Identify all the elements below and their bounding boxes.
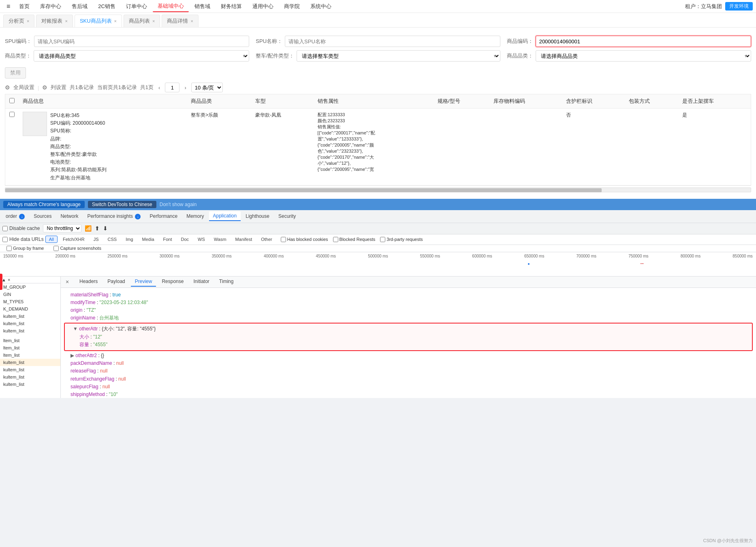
- blocked-requests-label[interactable]: Blocked Requests: [333, 237, 376, 242]
- throttling-select[interactable]: No throttling: [43, 224, 81, 232]
- request-tab-response[interactable]: Response: [158, 277, 188, 287]
- filter-btn-doc[interactable]: Doc: [177, 236, 193, 243]
- left-item-ltem-2[interactable]: ltem_list: [0, 344, 60, 351]
- filter-btn-font[interactable]: Font: [160, 236, 176, 243]
- nav-academy[interactable]: 商学院: [279, 1, 305, 12]
- tab-product-detail[interactable]: 商品详情 ×: [162, 15, 198, 27]
- third-party-requests-label[interactable]: 3rd-party requests: [380, 237, 423, 242]
- tab-reconciliation-close[interactable]: ×: [65, 19, 67, 23]
- nav-system[interactable]: 系统中心: [305, 1, 336, 12]
- filter-btn-media[interactable]: Media: [139, 236, 158, 243]
- left-item-kultem-6[interactable]: kultem_list: [0, 381, 60, 388]
- hamburger-icon[interactable]: ≡: [3, 1, 13, 12]
- switch-devtools-chinese-button[interactable]: Switch DevTools to Chinese: [88, 201, 156, 208]
- json-expand-other-attr[interactable]: ▼: [73, 326, 78, 332]
- left-item-kultem-1[interactable]: kultem_list: [0, 313, 60, 320]
- left-item-k-demand[interactable]: K_DEMAND: [0, 305, 60, 313]
- devtools-tab-application[interactable]: Application: [209, 211, 241, 221]
- filter-btn-js[interactable]: JS: [90, 236, 103, 243]
- group-by-frame-checkbox[interactable]: [6, 246, 12, 251]
- nav-aftersale[interactable]: 售后域: [67, 1, 92, 12]
- tab-reconciliation[interactable]: 对账报表 ×: [36, 15, 73, 27]
- tab-analysis[interactable]: 分析页 ×: [3, 15, 34, 27]
- devtools-tab-order[interactable]: order ↓: [2, 212, 29, 221]
- group-by-frame-label[interactable]: Group by frame: [6, 246, 44, 251]
- upload-icon[interactable]: ⬆: [95, 225, 100, 232]
- tab-sku-list[interactable]: SKU商品列表 ×: [75, 15, 122, 27]
- nav-sales-domain[interactable]: 销售域: [190, 1, 215, 12]
- request-tab-initiator[interactable]: Initiator: [189, 277, 213, 287]
- pagination-prev[interactable]: ‹: [157, 85, 162, 91]
- assembly-type-select[interactable]: 请选择整车类型: [297, 50, 500, 62]
- tab-sku-close[interactable]: ×: [114, 19, 117, 23]
- capture-screenshots-checkbox[interactable]: [53, 246, 59, 251]
- devtools-tab-performance[interactable]: Performance: [145, 212, 182, 221]
- tab-product-close[interactable]: ×: [152, 19, 155, 23]
- request-tab-timing[interactable]: Timing: [215, 277, 238, 287]
- json-expand-other-attr2[interactable]: ▶: [70, 353, 74, 358]
- left-item-gin[interactable]: GIN: [0, 291, 60, 298]
- global-settings-label[interactable]: 全局设置: [13, 84, 34, 91]
- select-all-checkbox[interactable]: [9, 98, 15, 103]
- third-party-requests-checkbox[interactable]: [380, 237, 385, 242]
- filter-btn-other[interactable]: Other: [257, 236, 276, 243]
- nav-inventory[interactable]: 库存中心: [35, 1, 66, 12]
- filter-btn-img[interactable]: Img: [122, 236, 137, 243]
- tab-analysis-close[interactable]: ×: [27, 19, 29, 23]
- left-item-kultem-3[interactable]: kultem_list: [0, 327, 60, 334]
- left-item-ltem-3[interactable]: ltem_list: [0, 351, 60, 359]
- per-page-select[interactable]: 10 条/页 20 条/页 50 条/页: [191, 83, 223, 92]
- capture-screenshots-label[interactable]: Capture screenshots: [53, 246, 101, 251]
- request-tab-preview[interactable]: Preview: [131, 277, 156, 287]
- dont-show-again-link[interactable]: Don't show again: [160, 202, 197, 207]
- product-quality-select[interactable]: 请选择商品品类: [536, 50, 751, 62]
- blocked-requests-checkbox[interactable]: [333, 237, 338, 242]
- devtools-tab-security[interactable]: Security: [274, 212, 300, 221]
- has-blocked-cookies-checkbox[interactable]: [281, 237, 286, 242]
- pagination-next[interactable]: ›: [183, 85, 188, 91]
- disable-cache-label[interactable]: Disable cache: [2, 226, 40, 231]
- nav-finance[interactable]: 财务结算: [216, 1, 247, 12]
- scroll-thumb[interactable]: [5, 188, 602, 192]
- request-tab-payload[interactable]: Payload: [103, 277, 129, 287]
- close-left-panel[interactable]: ×: [8, 277, 10, 282]
- filter-btn-all[interactable]: All: [45, 236, 58, 243]
- request-tab-headers[interactable]: Headers: [75, 277, 102, 287]
- row-checkbox[interactable]: [9, 112, 15, 117]
- hide-data-urls-checkbox[interactable]: [2, 237, 8, 242]
- left-item-kultem-5[interactable]: kultem_list: [0, 373, 60, 381]
- devtools-tab-lighthouse[interactable]: Lighthouse: [241, 212, 273, 221]
- product-type-select[interactable]: 请选择商品类型: [34, 50, 249, 62]
- tab-product-list[interactable]: 商品列表 ×: [124, 15, 160, 27]
- dev-env-button[interactable]: 开发环境: [725, 2, 753, 11]
- nav-2c-sales[interactable]: 2C销售: [93, 1, 120, 12]
- devtools-tab-sources[interactable]: Sources: [30, 212, 56, 221]
- close-panel-button[interactable]: ×: [64, 279, 70, 285]
- disable-button[interactable]: 禁用: [5, 67, 26, 79]
- column-settings-label[interactable]: 列设置: [51, 84, 66, 91]
- left-item-kultem-4[interactable]: kultem_list: [0, 366, 60, 373]
- nav-order[interactable]: 订单中心: [121, 1, 152, 12]
- filter-btn-manifest[interactable]: Manifest: [232, 236, 256, 243]
- devtools-tab-network[interactable]: Network: [56, 212, 82, 221]
- filter-btn-fetch[interactable]: Fetch/XHR: [59, 236, 88, 243]
- hide-data-urls-label[interactable]: Hide data URLs: [2, 236, 44, 242]
- always-match-language-button[interactable]: Always match Chrome's language: [3, 201, 85, 208]
- left-item-kultem-highlighted[interactable]: kultem_list: [0, 359, 60, 366]
- spu-name-input[interactable]: [285, 36, 500, 47]
- left-item-m-type5[interactable]: M_TYPE5: [0, 298, 60, 305]
- horizontal-scrollbar[interactable]: [5, 187, 751, 192]
- left-item-kultem-2[interactable]: kultem_list: [0, 320, 60, 327]
- product-code-input[interactable]: [536, 36, 751, 47]
- wifi-icon[interactable]: 📶: [85, 225, 92, 232]
- disable-cache-checkbox[interactable]: [2, 226, 8, 231]
- tab-product-detail-close[interactable]: ×: [190, 19, 193, 23]
- devtools-tab-memory[interactable]: Memory: [182, 212, 208, 221]
- filter-btn-css[interactable]: CSS: [104, 236, 121, 243]
- download-icon[interactable]: ⬇: [103, 225, 108, 232]
- left-item-m-group[interactable]: M_GROUP: [0, 283, 60, 291]
- filter-btn-ws[interactable]: WS: [194, 236, 209, 243]
- left-item-ltem-1[interactable]: ltem_list: [0, 337, 60, 344]
- nav-common[interactable]: 通用中心: [248, 1, 278, 12]
- has-blocked-cookies-label[interactable]: Has blocked cookies: [281, 237, 328, 242]
